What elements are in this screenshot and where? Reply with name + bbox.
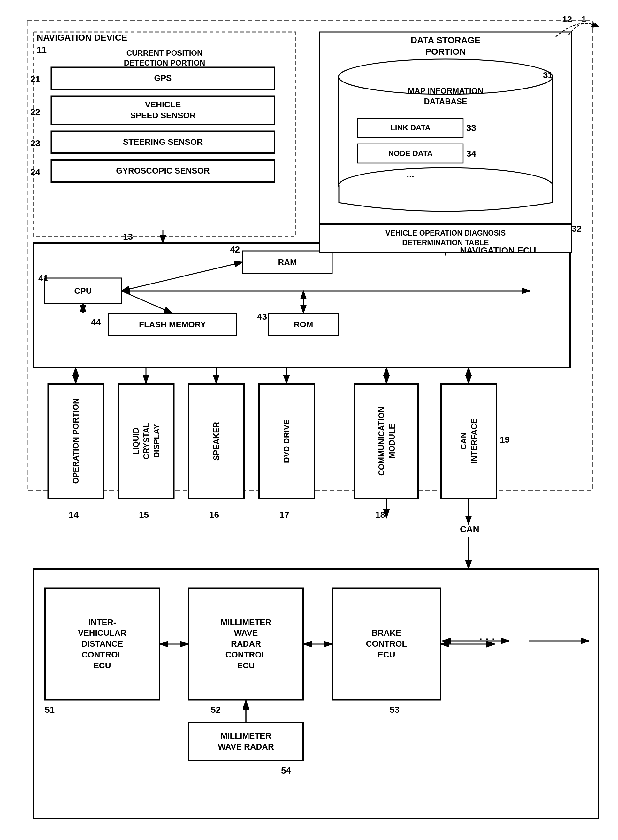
rom-label: ROM bbox=[268, 313, 339, 336]
brake-control-box: BRAKECONTROLECU bbox=[332, 588, 441, 700]
cpu-label: CPU bbox=[45, 278, 121, 304]
ellipsis-cylinder: ... bbox=[358, 170, 463, 180]
ref-51: 51 bbox=[45, 705, 55, 715]
link-data-label: LINK DATA bbox=[358, 118, 463, 137]
ref-31: 31 bbox=[543, 70, 553, 80]
ref-42: 42 bbox=[230, 244, 240, 255]
steering-box: STEERING SENSOR bbox=[51, 131, 275, 153]
ref-43: 43 bbox=[257, 312, 267, 322]
ref-17: 17 bbox=[279, 510, 289, 520]
millimeter-control-box: MILLIMETERWAVERADARCONTROLECU bbox=[189, 588, 303, 700]
ref-41: 41 bbox=[38, 273, 48, 283]
gps-box: GPS bbox=[51, 67, 275, 89]
gyroscopic-box: GYROSCOPIC SENSOR bbox=[51, 160, 275, 182]
ref-21: 21 bbox=[30, 74, 40, 84]
ref-15: 15 bbox=[139, 510, 149, 520]
ref-13: 13 bbox=[123, 232, 133, 242]
can-interface-box: CANINTERFACE bbox=[441, 384, 497, 499]
map-db-label: MAP INFORMATIONDATABASE bbox=[339, 86, 553, 106]
ref-54: 54 bbox=[281, 766, 291, 776]
lcd-box: LIQUIDCRYSTALDISPLAY bbox=[118, 384, 174, 499]
nav-ecu-label: NAVIGATION ECU bbox=[460, 246, 536, 256]
inter-vehicular-box: INTER-VEHICULARDISTANCECONTROLECU bbox=[45, 588, 160, 700]
ref-52: 52 bbox=[211, 705, 221, 715]
operation-portion-box: OPERATION PORTION bbox=[48, 384, 104, 499]
ref-18: 18 bbox=[375, 510, 385, 520]
vehicle-speed-box: VEHICLESPEED SENSOR bbox=[51, 96, 275, 125]
svg-line-41 bbox=[121, 291, 172, 313]
ref-44: 44 bbox=[91, 317, 101, 327]
dvd-box: DVD DRIVE bbox=[259, 384, 315, 499]
ref-24: 24 bbox=[30, 167, 40, 177]
ref-32: 32 bbox=[572, 224, 582, 234]
navigation-device-label: NAVIGATION DEVICE bbox=[37, 33, 128, 43]
ref-22: 22 bbox=[30, 107, 40, 117]
flash-memory-label: FLASH MEMORY bbox=[108, 313, 236, 336]
ref-19: 19 bbox=[500, 435, 510, 445]
ref-14: 14 bbox=[69, 510, 79, 520]
can-label: CAN bbox=[460, 524, 479, 535]
current-position-label: CURRENT POSITIONDETECTION PORTION bbox=[43, 48, 286, 68]
data-storage-label: DATA STORAGEPORTION bbox=[319, 34, 572, 58]
svg-marker-65 bbox=[591, 22, 597, 27]
speaker-box: SPEAKER bbox=[189, 384, 244, 499]
svg-rect-16 bbox=[339, 185, 552, 203]
ref-53: 53 bbox=[390, 705, 400, 715]
svg-line-39 bbox=[121, 262, 243, 291]
ref-16: 16 bbox=[209, 510, 219, 520]
millimeter-radar-box: MILLIMETERWAVE RADAR bbox=[189, 722, 303, 761]
ref-34: 34 bbox=[466, 149, 476, 159]
node-data-label: NODE DATA bbox=[358, 144, 463, 163]
ram-label: RAM bbox=[243, 251, 332, 273]
comm-module-box: COMMUNICATIONMODULE bbox=[355, 384, 418, 499]
ref-33: 33 bbox=[466, 123, 476, 133]
ref-23: 23 bbox=[30, 139, 40, 149]
